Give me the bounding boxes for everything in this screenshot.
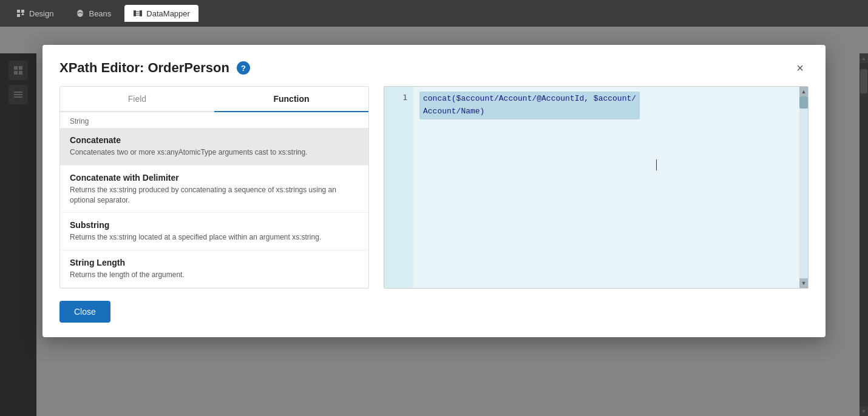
tab-beans[interactable]: Beans [67,5,120,22]
editor-scrollbar[interactable]: ▲ ▼ [799,87,808,288]
design-icon [16,8,25,18]
code-editor-panel[interactable]: 1 concat($account/Account/@AccountId, $a… [384,86,809,289]
tab-field[interactable]: Field [60,87,214,111]
svg-rect-2 [140,10,142,16]
category-label: String [60,112,368,128]
tab-function[interactable]: Function [214,87,368,111]
modal-footer: Close [42,289,826,337]
function-desc-concatenate: Concatenates two or more xs:anyAtomicTyp… [70,147,359,158]
app-topbar: Design Beans DataMapper [0,0,868,27]
function-item-concatenate-delimiter[interactable]: Concatenate with Delimiter Returns the x… [60,166,368,213]
tab-datamapper-label: DataMapper [146,9,190,18]
code-content: concat($account/Account/@AccountId, $acc… [419,92,640,119]
modal-overlay: XPath Editor: OrderPerson ? × Field [0,27,868,416]
function-name-string-length: String Length [70,258,359,267]
tab-design[interactable]: Design [7,5,62,22]
tab-beans-label: Beans [89,9,111,18]
function-item-concatenate[interactable]: Concatenate Concatenates two or more xs:… [60,128,368,166]
text-cursor [656,159,657,170]
function-list[interactable]: String Concatenate Concatenates two or m… [60,112,368,288]
modal: XPath Editor: OrderPerson ? × Field [42,45,826,337]
modal-title-group: XPath Editor: OrderPerson ? [59,60,250,76]
editor-scroll-track [799,96,808,278]
tab-design-label: Design [29,9,53,18]
left-panel: Field Function String Concatenate Concat… [59,86,369,289]
function-desc-substring: Returns the xs:string located at a speci… [70,232,359,243]
modal-body: Field Function String Concatenate Concat… [42,76,826,289]
function-item-substring[interactable]: Substring Returns the xs:string located … [60,213,368,250]
modal-title: XPath Editor: OrderPerson [59,60,229,76]
line-numbers: 1 [384,87,413,288]
function-name-concatenate-delimiter: Concatenate with Delimiter [70,173,359,183]
modal-close-button[interactable]: × [792,59,809,76]
tab-datamapper[interactable]: DataMapper [124,5,198,22]
modal-header: XPath Editor: OrderPerson ? × [42,45,826,76]
editor-scroll-up-btn[interactable]: ▲ [799,87,808,96]
code-area[interactable]: concat($account/Account/@AccountId, $acc… [413,87,799,288]
help-icon[interactable]: ? [237,61,250,75]
close-button[interactable]: Close [59,301,110,323]
tabs-bar: Field Function [60,87,368,112]
editor-scroll-down-btn[interactable]: ▼ [799,278,808,288]
editor-scroll-thumb [799,96,808,109]
beans-icon [75,8,85,18]
function-name-substring: Substring [70,220,359,230]
line-number-1: 1 [402,92,407,104]
datamapper-icon [133,8,143,18]
svg-point-0 [77,10,83,17]
function-desc-string-length: Returns the length of the argument. [70,270,359,280]
function-name-concatenate: Concatenate [70,135,359,145]
function-item-string-length[interactable]: String Length Returns the length of the … [60,250,368,288]
function-desc-concatenate-delimiter: Returns the xs:string produced by concat… [70,185,359,206]
svg-rect-1 [134,10,136,16]
app-content: Sou... ▲ ▼ XPath Editor: OrderPerson ? [0,27,868,416]
